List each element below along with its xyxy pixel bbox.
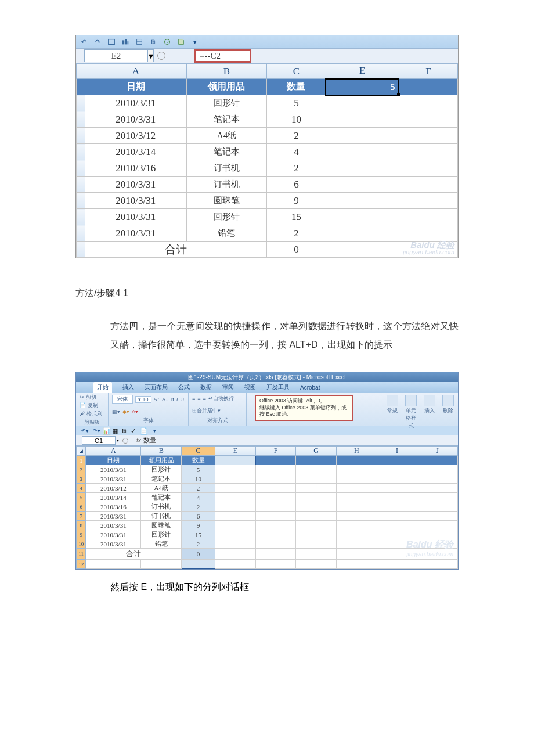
- row-header[interactable]: 4: [77, 484, 86, 493]
- row-header[interactable]: 2: [77, 465, 86, 474]
- cell[interactable]: [377, 484, 417, 493]
- cell[interactable]: [337, 484, 377, 493]
- cell[interactable]: [337, 465, 377, 474]
- cell[interactable]: [255, 521, 296, 530]
- cell[interactable]: 2: [182, 502, 215, 512]
- cell[interactable]: 回形针: [186, 95, 267, 111]
- cell[interactable]: [215, 502, 256, 512]
- cell[interactable]: [337, 456, 377, 465]
- cell[interactable]: 2010/3/31: [86, 465, 141, 474]
- column-header[interactable]: A: [86, 447, 141, 456]
- fx-label[interactable]: fx: [136, 437, 141, 444]
- cell[interactable]: [337, 539, 377, 549]
- row-header[interactable]: [77, 193, 85, 209]
- ribbon-tab[interactable]: 页面布局: [145, 383, 168, 391]
- cell[interactable]: 数量: [267, 79, 326, 95]
- cell[interactable]: [326, 242, 399, 258]
- cell[interactable]: [326, 209, 399, 225]
- cell[interactable]: [417, 512, 458, 521]
- cell[interactable]: [255, 549, 296, 560]
- underline-button[interactable]: U: [181, 397, 185, 402]
- cell[interactable]: [215, 530, 256, 539]
- cell[interactable]: 笔记本: [141, 474, 182, 484]
- cell[interactable]: 领用用品: [141, 456, 182, 465]
- ribbon-button[interactable]: 常规: [385, 395, 400, 430]
- cell[interactable]: [326, 160, 399, 177]
- cell[interactable]: 9: [182, 521, 215, 530]
- cell[interactable]: 2010/3/14: [85, 144, 186, 160]
- cell[interactable]: 2010/3/31: [86, 530, 141, 539]
- cell[interactable]: 4: [182, 493, 215, 502]
- cell[interactable]: [215, 539, 256, 549]
- column-header-B[interactable]: B: [186, 64, 267, 79]
- cell[interactable]: 笔记本: [186, 144, 267, 160]
- row-header[interactable]: 11: [77, 549, 86, 560]
- cell[interactable]: 2010/3/16: [85, 160, 186, 177]
- format-painter-button[interactable]: 🖌 格式刷: [80, 410, 102, 417]
- row-header[interactable]: 1: [77, 456, 86, 465]
- font-color-button[interactable]: A▾: [132, 409, 138, 415]
- cell[interactable]: 订书机: [186, 177, 267, 193]
- cell[interactable]: [337, 530, 377, 539]
- column-header-C[interactable]: C: [267, 64, 326, 79]
- cell[interactable]: 15: [267, 209, 326, 225]
- cell[interactable]: [296, 560, 337, 569]
- cell[interactable]: [296, 484, 337, 493]
- cell[interactable]: 铅笔: [186, 225, 267, 242]
- cell[interactable]: 4: [267, 144, 326, 160]
- cell[interactable]: 2010/3/12: [86, 484, 141, 493]
- cell[interactable]: [337, 512, 377, 521]
- cell[interactable]: [417, 530, 458, 539]
- row-header[interactable]: [77, 177, 85, 193]
- cell[interactable]: [326, 111, 399, 128]
- cell[interactable]: [399, 128, 457, 144]
- select-all-corner[interactable]: [77, 64, 85, 79]
- cell[interactable]: 2010/3/31: [86, 539, 141, 549]
- cell[interactable]: 2: [182, 539, 215, 549]
- row-header[interactable]: 6: [77, 502, 86, 512]
- cell[interactable]: [255, 456, 296, 465]
- cell[interactable]: [255, 530, 296, 539]
- ribbon-tab[interactable]: 视图: [244, 383, 256, 391]
- cell[interactable]: [215, 474, 256, 484]
- cell[interactable]: [215, 560, 256, 569]
- ribbon-tab[interactable]: Acrobat: [300, 384, 320, 391]
- cell[interactable]: 订书机: [186, 160, 267, 177]
- row-header[interactable]: [77, 128, 85, 144]
- fill-color-button[interactable]: ◆▾: [122, 409, 129, 415]
- cell[interactable]: [215, 549, 256, 560]
- cell[interactable]: [399, 160, 457, 177]
- row-header[interactable]: 5: [77, 493, 86, 502]
- cell[interactable]: [326, 225, 399, 242]
- cell[interactable]: [337, 549, 377, 560]
- italic-button[interactable]: I: [176, 397, 178, 402]
- name-box[interactable]: E2: [84, 49, 148, 62]
- cell[interactable]: [337, 560, 377, 569]
- row-header[interactable]: 10: [77, 539, 86, 549]
- cell[interactable]: [255, 493, 296, 502]
- cell[interactable]: [377, 493, 417, 502]
- row-header[interactable]: 9: [77, 530, 86, 539]
- cell[interactable]: 15: [182, 530, 215, 539]
- cell[interactable]: [296, 474, 337, 484]
- cell[interactable]: [296, 512, 337, 521]
- column-header[interactable]: F: [255, 447, 296, 456]
- total-value[interactable]: 0: [182, 549, 215, 560]
- cell[interactable]: [296, 502, 337, 512]
- cell[interactable]: [326, 193, 399, 209]
- column-header-A[interactable]: A: [85, 64, 186, 79]
- cell[interactable]: [255, 484, 296, 493]
- ribbon-tab[interactable]: 公式: [178, 383, 190, 391]
- align-icon[interactable]: ≡: [203, 396, 206, 402]
- ribbon-button[interactable]: 插入: [422, 395, 437, 430]
- cell[interactable]: 2: [267, 128, 326, 144]
- cell[interactable]: [377, 512, 417, 521]
- cell[interactable]: 订书机: [141, 502, 182, 512]
- column-header[interactable]: E: [215, 447, 256, 456]
- cell[interactable]: [399, 209, 457, 225]
- name-box[interactable]: C1: [82, 436, 116, 445]
- font-name-selector[interactable]: 宋体: [112, 395, 133, 404]
- merge-button[interactable]: ⊞合并居中▾: [192, 407, 221, 415]
- cell[interactable]: [417, 560, 458, 569]
- cell[interactable]: [296, 539, 337, 549]
